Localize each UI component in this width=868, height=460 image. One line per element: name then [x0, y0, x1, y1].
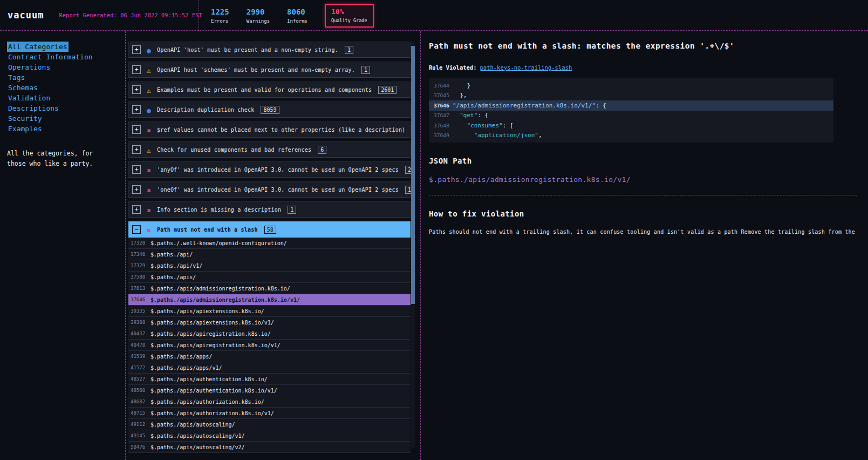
violation-row[interactable]: 49112 $.paths./apis/autoscaling/	[128, 419, 411, 430]
violation-line-number: 39335	[131, 308, 147, 314]
rules-list: + OpenAPI 'host' must be present and a n…	[128, 42, 411, 238]
violation-row[interactable]: 17379 $.paths./api/v1/	[128, 260, 411, 272]
violation-line-number: 40437	[131, 331, 147, 336]
severity-icon	[145, 225, 153, 235]
rule-description: Examples must be present and valid for o…	[157, 87, 372, 93]
stat-label: Errors	[211, 18, 229, 24]
violation-row[interactable]: 41539 $.paths./apis/apps/	[128, 351, 411, 362]
violation-row[interactable]: 17346 $.paths./api/	[128, 249, 411, 260]
rule-row[interactable]: + Description duplication check 8059	[128, 102, 411, 118]
rule-description: Path must not end with a slash	[157, 227, 258, 233]
violation-line-number: 37646	[131, 297, 147, 302]
violation-json-path: $.paths./apis/autoscaling/v1/	[151, 433, 245, 439]
rule-description: OpenAPI 'host' must be present and a non…	[157, 47, 338, 53]
violation-row[interactable]: 17320 $.paths./.well-known/openid-config…	[128, 238, 411, 249]
json-path-value: $.paths./apis/admissionregistration.k8s.…	[429, 175, 857, 184]
violation-row[interactable]: 48715 $.paths./apis/authorization.k8s.io…	[128, 408, 411, 419]
violation-json-path: $.paths./apis/authentication.k8s.io/v1/	[151, 388, 277, 394]
detail-divider	[420, 31, 421, 460]
violation-row[interactable]: 48682 $.paths./apis/authorization.k8s.io…	[128, 396, 411, 408]
stat-label: Informs	[287, 18, 307, 24]
sidebar-category-item[interactable]: Descriptions	[7, 103, 60, 113]
sidebar-category-item[interactable]: Examples	[7, 124, 43, 134]
violation-count-badge: 1	[361, 66, 370, 74]
rule-row[interactable]: + OpenAPI 'host' must be present and a n…	[128, 42, 411, 58]
rule-description: 'anyOf' was introduced in OpenAPI 3.0, c…	[157, 167, 399, 173]
expand-toggle-button[interactable]: +	[132, 145, 141, 154]
expand-toggle-button[interactable]: +	[132, 165, 141, 174]
severity-icon	[145, 145, 153, 155]
expand-toggle-button[interactable]: −	[132, 225, 141, 234]
severity-icon	[145, 185, 153, 195]
rule-row[interactable]: + 'oneOf' was introduced in OpenAPI 3.0,…	[128, 181, 411, 198]
violation-row[interactable]: 39335 $.paths./apis/apiextensions.k8s.io…	[128, 306, 411, 317]
rule-row[interactable]: + Info section is missing a description …	[128, 201, 411, 218]
rules-scrollbar-track[interactable]	[411, 42, 415, 448]
violation-row[interactable]: 48527 $.paths./apis/authentication.k8s.i…	[128, 374, 411, 385]
sidebar-category-item[interactable]: All Categories	[7, 42, 69, 52]
code-text: "/apis/admissionregistration.k8s.io/v1/"…	[453, 102, 606, 109]
category-sidebar: All Categories Contract Information Oper…	[0, 31, 125, 460]
expand-toggle-button[interactable]: +	[132, 45, 141, 54]
rule-row[interactable]: + Check for unused components and bad re…	[128, 141, 411, 158]
violation-count-badge: 1	[288, 206, 296, 214]
code-text: },	[453, 92, 467, 99]
rule-row[interactable]: + 'anyOf' was introduced in OpenAPI 3.0,…	[128, 161, 411, 178]
violation-row[interactable]: 39368 $.paths./apis/apiextensions.k8s.io…	[128, 317, 411, 328]
sidebar-category-item[interactable]: Contract Information	[7, 52, 94, 62]
expand-toggle-button[interactable]: +	[132, 185, 141, 194]
code-text: "application/json",	[453, 132, 542, 139]
violation-count-badge: 58	[264, 226, 276, 234]
sidebar-category-item[interactable]: Schemas	[7, 83, 39, 93]
violation-json-path: $.paths./apis/admissionregistration.k8s.…	[151, 286, 290, 292]
expand-toggle-button[interactable]: +	[132, 205, 141, 214]
sidebar-category-item[interactable]: Operations	[7, 62, 51, 72]
rule-violated-label: Rule Violated:	[429, 64, 477, 71]
expand-toggle-button[interactable]: +	[132, 85, 141, 94]
violation-row[interactable]: 50476 $.paths./apis/autoscaling/v2/	[128, 442, 411, 453]
violation-row[interactable]: 49145 $.paths./apis/autoscaling/v1/	[128, 430, 411, 442]
rules-scrollbar-thumb[interactable]	[411, 46, 415, 304]
violation-row[interactable]: 37580 $.paths./apis/	[128, 272, 411, 283]
violation-json-path: $.paths./.well-known/openid-configuratio…	[151, 240, 287, 246]
expand-toggle-button[interactable]: +	[132, 105, 141, 114]
expand-toggle-button[interactable]: +	[132, 125, 141, 134]
rule-row[interactable]: + $ref values cannot be placed next to o…	[128, 121, 411, 138]
violation-line-number: 48682	[131, 399, 147, 404]
violation-row[interactable]: 41572 $.paths./apis/apps/v1/	[128, 362, 411, 374]
rule-row[interactable]: + Examples must be present and valid for…	[128, 82, 411, 98]
stats-bar: 1225 Errors 2990 Warnings 8060 Informs 1…	[199, 0, 374, 31]
code-text: }	[453, 82, 470, 89]
rule-row[interactable]: + OpenAPI host 'schemes' must be present…	[128, 62, 411, 78]
expand-toggle-button[interactable]: +	[132, 65, 141, 74]
violation-line-number: 50476	[131, 444, 147, 450]
stat-item: 2990 Warnings	[247, 8, 270, 24]
violation-title: Path must not end with a slash: matches …	[429, 42, 857, 50]
violation-line-number: 17320	[131, 240, 147, 246]
code-line: 37648 "consumes": [	[429, 120, 833, 131]
code-line-number: 37649	[429, 132, 453, 138]
violation-row[interactable]: 48560 $.paths./apis/authentication.k8s.i…	[128, 385, 411, 396]
rule-violated-link[interactable]: path-keys-no-trailing-slash	[480, 64, 572, 71]
rule-description: $ref values cannot be placed next to oth…	[157, 127, 405, 133]
rule-description: OpenAPI host 'schemes' must be present a…	[157, 67, 355, 73]
sidebar-category-item[interactable]: Security	[7, 113, 43, 124]
violation-count-badge: 2601	[378, 86, 397, 94]
stat-value: 8060	[287, 8, 307, 16]
violation-row[interactable]: 40437 $.paths./apis/apiregistration.k8s.…	[128, 328, 411, 340]
violation-row[interactable]: 37613 $.paths./apis/admissionregistratio…	[128, 283, 411, 294]
severity-icon	[145, 65, 153, 75]
violation-row[interactable]: 37646 $.paths./apis/admissionregistratio…	[128, 294, 411, 306]
violation-detail-panel: Path must not end with a slash: matches …	[429, 42, 857, 460]
violation-json-path: $.paths./apis/apiextensions.k8s.io/	[151, 308, 264, 314]
sidebar-category-item[interactable]: Tags	[7, 72, 26, 83]
violation-row[interactable]: 40470 $.paths./apis/apiregistration.k8s.…	[128, 340, 411, 351]
sidebar-category-item[interactable]: Validation	[7, 93, 51, 103]
app-logo: vacuum	[8, 10, 44, 21]
violation-line-number: 41572	[131, 365, 147, 370]
violation-json-path: $.paths./apis/authorization.k8s.io/v1/	[151, 410, 274, 416]
violation-json-path: $.paths./apis/apps/	[151, 354, 212, 360]
code-line-number: 37646	[429, 103, 453, 109]
violation-line-number: 17346	[131, 252, 147, 257]
rule-row[interactable]: − Path must not end with a slash 58	[128, 221, 411, 238]
